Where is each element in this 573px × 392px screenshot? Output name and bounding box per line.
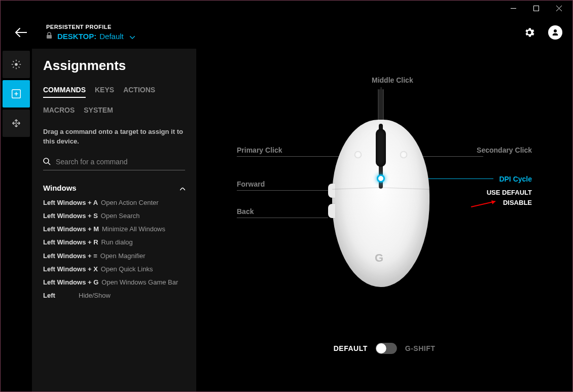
command-list: Left Windows + AOpen Action Center Left … — [43, 196, 185, 303]
brightness-icon — [11, 59, 22, 70]
account-button[interactable] — [548, 25, 562, 40]
annotation-arrow-icon — [470, 199, 500, 209]
rail-assignments[interactable] — [3, 80, 30, 108]
toggle-label-gshift: G-SHIFT — [405, 344, 436, 352]
panel-title: Assignments — [43, 58, 185, 74]
menu-disable[interactable]: DISABLE — [503, 199, 532, 206]
label-secondary-click[interactable]: Secondary Click — [477, 146, 532, 154]
nav-rail — [1, 49, 32, 391]
dpi-button — [377, 174, 385, 183]
move-icon — [11, 118, 22, 129]
tab-macros[interactable]: MACROS — [43, 106, 75, 117]
close-icon — [556, 6, 562, 11]
svg-line-19 — [471, 201, 495, 207]
search-icon — [43, 158, 51, 165]
label-back[interactable]: Back — [237, 207, 254, 216]
svg-rect-4 — [47, 35, 52, 39]
toggle-label-default: DEFAULT — [334, 344, 368, 352]
svg-line-12 — [13, 67, 14, 68]
command-item[interactable]: Left Windows + XOpen Quick Links — [43, 263, 179, 276]
label-middle-click[interactable]: Middle Click — [372, 76, 413, 84]
close-button[interactable] — [548, 1, 570, 15]
label-dpi-cycle[interactable]: DPI Cycle — [499, 175, 532, 183]
search-row — [43, 155, 185, 170]
svg-rect-1 — [534, 6, 539, 11]
profile-block: PERSISTENT PROFILE DESKTOP: Default — [46, 24, 135, 41]
minimize-icon — [511, 6, 516, 11]
device-stage: Middle Click Primary Click Secondary Cli… — [196, 49, 572, 391]
profile-name: Default — [99, 32, 124, 41]
back-button[interactable] — [11, 28, 31, 37]
rail-sensitivity[interactable] — [3, 110, 30, 137]
svg-point-5 — [15, 63, 18, 66]
svg-line-11 — [19, 67, 20, 68]
leader-line — [237, 218, 328, 218]
label-primary-click[interactable]: Primary Click — [237, 146, 282, 154]
maximize-icon — [533, 6, 539, 11]
command-item[interactable]: LeftHide/Show — [43, 289, 179, 302]
tab-keys[interactable]: KEYS — [95, 86, 114, 98]
svg-line-18 — [48, 163, 50, 165]
chevron-down-icon — [130, 32, 135, 41]
search-input[interactable] — [56, 158, 185, 166]
command-item[interactable]: Left Windows + MMinimize All Windows — [43, 223, 179, 236]
profile-prefix: DESKTOP: — [57, 32, 96, 41]
side-button-forward — [328, 184, 335, 198]
svg-line-10 — [13, 61, 14, 62]
profile-label: PERSISTENT PROFILE — [46, 24, 135, 30]
minimize-button[interactable] — [502, 1, 525, 15]
svg-marker-20 — [491, 200, 495, 204]
leader-line — [237, 156, 344, 157]
logitech-g-logo-icon: G — [375, 252, 383, 265]
topbar: PERSISTENT PROFILE DESKTOP: Default — [1, 16, 572, 49]
tab-actions[interactable]: ACTIONS — [123, 86, 155, 98]
tab-system[interactable]: SYSTEM — [84, 106, 113, 117]
command-item[interactable]: Left Windows + RRun dialog — [43, 236, 179, 249]
profile-selector[interactable]: DESKTOP: Default — [46, 32, 135, 41]
svg-point-17 — [44, 158, 49, 163]
menu-use-default[interactable]: USE DEFAULT — [487, 189, 532, 196]
mouse-graphic: G — [332, 120, 429, 287]
svg-line-13 — [19, 61, 20, 62]
plus-box-icon — [11, 88, 22, 99]
arrow-left-icon — [15, 28, 27, 37]
app-window: PERSISTENT PROFILE DESKTOP: Default — [0, 0, 573, 392]
lock-icon — [46, 32, 52, 41]
side-button-back — [328, 204, 335, 218]
user-icon — [551, 28, 560, 37]
mode-toggle[interactable] — [376, 343, 397, 354]
rail-lighting[interactable] — [3, 51, 30, 78]
command-item[interactable]: Left Windows + SOpen Search — [43, 209, 179, 223]
hint-text: Drag a command onto a target to assign i… — [43, 127, 185, 147]
settings-button[interactable] — [522, 25, 537, 40]
assignments-panel: Assignments COMMANDS KEYS ACTIONS MACROS… — [32, 49, 196, 391]
maximize-button[interactable] — [525, 1, 548, 15]
tabs: COMMANDS KEYS ACTIONS MACROS SYSTEM — [43, 86, 185, 117]
label-forward[interactable]: Forward — [237, 180, 265, 188]
leader-line — [237, 190, 328, 191]
group-name: Windows — [43, 184, 77, 192]
group-header[interactable]: Windows — [43, 182, 185, 196]
command-item[interactable]: Left Windows + GOpen Windows Game Bar — [43, 276, 179, 289]
mode-toggle-row: DEFAULT G-SHIFT — [334, 343, 436, 354]
chevron-up-icon — [180, 184, 185, 192]
mouse-wheel — [376, 129, 386, 167]
titlebar — [1, 1, 572, 16]
command-item[interactable]: Left Windows + AOpen Action Center — [43, 196, 179, 209]
tab-commands[interactable]: COMMANDS — [43, 86, 86, 98]
gear-icon — [523, 26, 535, 39]
command-item[interactable]: Left Windows + =Open Magnifier — [43, 250, 179, 263]
